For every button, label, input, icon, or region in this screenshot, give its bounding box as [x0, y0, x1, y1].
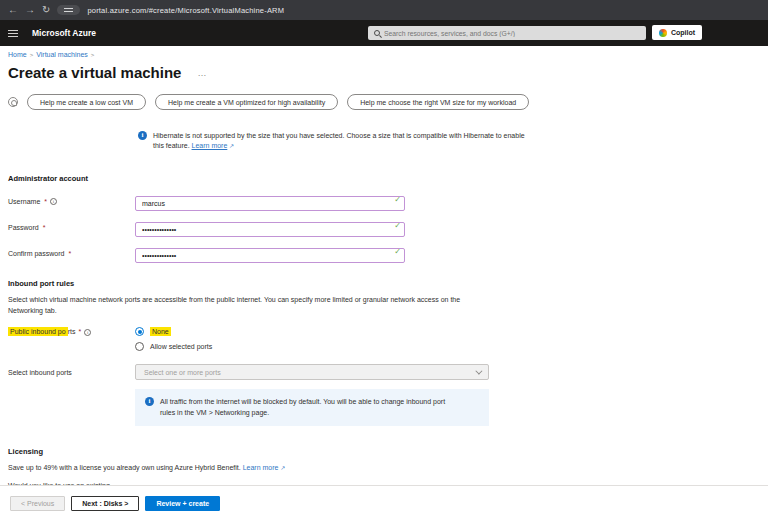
external-link-icon: ↗ — [229, 143, 234, 149]
external-link-icon: ↗ — [280, 465, 285, 471]
browser-forward-icon[interactable]: → — [25, 5, 35, 15]
inbound-ports-info-text: All traffic from the internet will be bl… — [160, 397, 460, 418]
browser-toolbar: ← → ↻ portal.azure.com/#create/Microsoft… — [0, 0, 768, 20]
radio-none-label: None — [150, 327, 171, 336]
wizard-footer: < Previous Next : Disks > Review + creat… — [0, 485, 768, 520]
breadcrumb-separator: > — [30, 52, 34, 58]
azure-brand[interactable]: Microsoft Azure — [32, 28, 96, 38]
public-inbound-ports-options: None Allow selected ports — [135, 327, 527, 351]
copilot-label: Copilot — [671, 29, 695, 36]
page-title: Create a virtual machine — [8, 64, 181, 81]
select-inbound-ports-label: Select inbound ports — [8, 369, 135, 376]
valid-check-icon: ✓ — [394, 221, 401, 230]
breadcrumb-virtual-machines[interactable]: Virtual machines — [36, 51, 88, 58]
radio-unselected-icon — [135, 342, 144, 351]
licensing-text: Save up to 49% with a license you alread… — [8, 464, 243, 471]
info-icon: i — [145, 397, 154, 406]
assist-low-cost-vm-button[interactable]: Help me create a low cost VM — [27, 94, 146, 110]
inbound-port-rules-heading: Inbound port rules — [8, 279, 760, 288]
inbound-ports-info-box: i All traffic from the internet will be … — [135, 389, 489, 426]
browser-back-icon[interactable]: ← — [8, 5, 18, 15]
hibernate-learn-more-link[interactable]: Learn more — [192, 142, 228, 149]
title-overflow-icon[interactable]: … — [197, 68, 206, 78]
search-icon — [374, 30, 380, 36]
valid-check-icon: ✓ — [394, 195, 401, 204]
azure-top-bar: Microsoft Azure Copilot — [0, 20, 768, 46]
search-highlight: Public inbound po — [8, 327, 68, 336]
info-icon: i — [138, 131, 147, 140]
info-icon[interactable]: i — [50, 198, 57, 205]
breadcrumb-separator: > — [91, 52, 95, 58]
review-create-button[interactable]: Review + create — [145, 496, 220, 511]
radio-none[interactable]: None — [135, 327, 527, 336]
username-label: Username* i — [8, 198, 135, 205]
chevron-down-icon — [475, 367, 482, 374]
admin-account-form: Username* i ✓ Password* ✓ Confirm passwo… — [8, 192, 760, 263]
password-input[interactable] — [135, 222, 405, 237]
admin-account-heading: Administrator account — [8, 174, 760, 183]
address-bar-url[interactable]: portal.azure.com/#create/Microsoft.Virtu… — [87, 6, 284, 15]
public-inbound-ports-label: Public inbound ports * i — [8, 327, 135, 351]
inbound-port-rules-description: Select which virtual machine network por… — [8, 295, 494, 316]
info-icon[interactable]: i — [84, 329, 91, 336]
radio-allow-label: Allow selected ports — [150, 343, 212, 350]
breadcrumb-home[interactable]: Home — [8, 51, 27, 58]
site-info-chip[interactable] — [57, 5, 80, 15]
main-content: Home > Virtual machines > Create a virtu… — [0, 46, 768, 520]
breadcrumb: Home > Virtual machines > — [8, 51, 760, 58]
assist-vm-size-button[interactable]: Help me choose the right VM size for my … — [347, 94, 529, 110]
hibernate-notice: i Hibernate is not supported by the size… — [138, 131, 530, 151]
confirm-password-label: Confirm password* — [8, 250, 135, 257]
next-disks-button[interactable]: Next : Disks > — [71, 496, 139, 511]
copilot-suggestions: Help me create a low cost VM Help me cre… — [8, 94, 760, 110]
browser-refresh-icon[interactable]: ↻ — [42, 5, 50, 15]
licensing-learn-more-link[interactable]: Learn more — [243, 464, 279, 471]
copilot-button[interactable]: Copilot — [652, 25, 702, 40]
global-search[interactable] — [368, 26, 646, 40]
previous-button[interactable]: < Previous — [10, 496, 65, 511]
copilot-sparkle-icon — [8, 97, 18, 107]
global-search-input[interactable] — [384, 30, 640, 37]
radio-selected-icon — [135, 327, 144, 336]
select-inbound-ports-dropdown[interactable]: Select one or more ports — [135, 364, 489, 380]
radio-allow-selected-ports[interactable]: Allow selected ports — [135, 342, 527, 351]
password-label: Password* — [8, 224, 135, 231]
licensing-heading: Licensing — [8, 447, 760, 456]
dropdown-placeholder: Select one or more ports — [144, 369, 221, 376]
valid-check-icon: ✓ — [394, 247, 401, 256]
site-settings-icon — [64, 6, 73, 14]
hamburger-menu-icon[interactable] — [0, 30, 26, 37]
azure-portal-page: ← → ↻ portal.azure.com/#create/Microsoft… — [0, 0, 768, 520]
confirm-password-input[interactable] — [135, 248, 405, 263]
username-input[interactable] — [135, 196, 405, 211]
assist-high-availability-button[interactable]: Help me create a VM optimized for high a… — [155, 94, 338, 110]
copilot-icon — [659, 29, 667, 37]
